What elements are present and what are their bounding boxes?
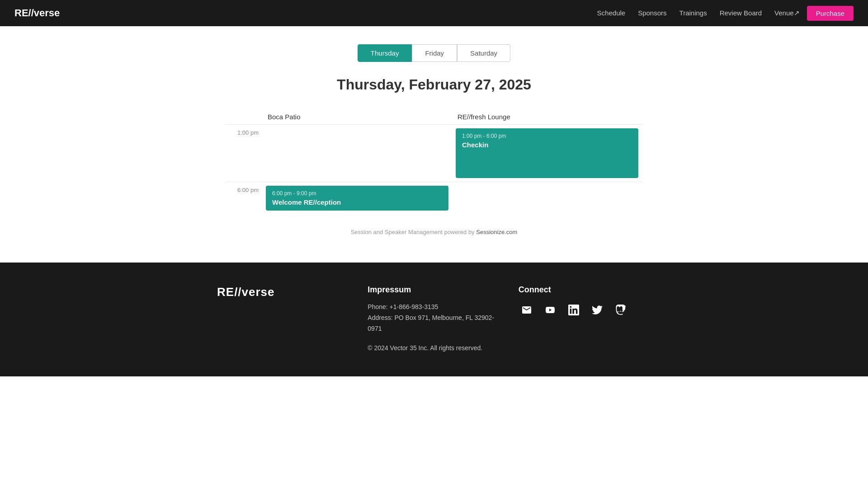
nav-venue[interactable]: Venue↗ bbox=[774, 9, 800, 17]
youtube-icon[interactable] bbox=[542, 302, 558, 318]
address-label: Address: bbox=[368, 314, 392, 321]
reception-title: Welcome RE//ception bbox=[272, 198, 442, 206]
phone-label: Phone: bbox=[368, 303, 387, 310]
linkedin-icon[interactable] bbox=[566, 302, 582, 318]
tab-saturday[interactable]: Saturday bbox=[457, 44, 510, 62]
refresh-lounge-6pm bbox=[452, 182, 642, 205]
sessionize-link[interactable]: Sessionize.com bbox=[476, 229, 517, 235]
column-headers: Boca Patio RE//fresh Lounge bbox=[226, 109, 642, 124]
tab-thursday[interactable]: Thursday bbox=[358, 44, 412, 62]
schedule-row-1pm: 1:00 pm 1:00 pm - 6:00 pm Checkin bbox=[226, 124, 642, 182]
refresh-lounge-header: RE//fresh Lounge bbox=[452, 109, 642, 124]
powered-by-text: Session and Speaker Management bbox=[351, 229, 443, 235]
time-1pm: 1:00 pm bbox=[226, 125, 262, 136]
time-6pm: 6:00 pm bbox=[226, 182, 262, 193]
footer-logo: RE//verse bbox=[217, 285, 349, 299]
day-tabs: Thursday Friday Saturday bbox=[226, 44, 642, 62]
boca-patio-1pm bbox=[262, 125, 452, 147]
reception-time: 6:00 pm - 9:00 pm bbox=[272, 190, 442, 197]
connect-title: Connect bbox=[519, 285, 651, 295]
nav-trainings[interactable]: Trainings bbox=[679, 9, 707, 17]
checkin-event[interactable]: 1:00 pm - 6:00 pm Checkin bbox=[456, 128, 638, 178]
footer-connect-col: Connect bbox=[519, 285, 651, 318]
main-nav: RE//verse Schedule Sponsors Trainings Re… bbox=[0, 0, 868, 26]
phone-number: +1-866-983-3135 bbox=[390, 303, 439, 310]
page-title: Thursday, February 27, 2025 bbox=[226, 76, 642, 93]
powered-by-powered: powered by bbox=[444, 229, 474, 235]
main-content: Thursday Friday Saturday Thursday, Febru… bbox=[217, 26, 651, 263]
footer-inner: RE//verse Impressum Phone: +1-866-983-31… bbox=[217, 285, 651, 354]
footer-impressum-col: Impressum Phone: +1-866-983-3135 Address… bbox=[368, 285, 500, 354]
nav-logo: RE//verse bbox=[14, 7, 597, 19]
nav-links: Schedule Sponsors Trainings Review Board… bbox=[597, 9, 800, 17]
impressum-phone: Phone: +1-866-983-3135 bbox=[368, 302, 500, 313]
nav-sponsors[interactable]: Sponsors bbox=[638, 9, 666, 17]
impressum-address: Address: PO Box 971, Melbourne, FL 32902… bbox=[368, 313, 500, 334]
checkin-time: 1:00 pm - 6:00 pm bbox=[462, 133, 632, 139]
checkin-title: Checkin bbox=[462, 141, 632, 149]
welcome-reception-event[interactable]: 6:00 pm - 9:00 pm Welcome RE//ception bbox=[266, 186, 448, 211]
refresh-lounge-1pm: 1:00 pm - 6:00 pm Checkin bbox=[452, 125, 642, 182]
nav-schedule[interactable]: Schedule bbox=[597, 9, 626, 17]
schedule-row-6pm: 6:00 pm 6:00 pm - 9:00 pm Welcome RE//ce… bbox=[226, 182, 642, 214]
nav-review-board[interactable]: Review Board bbox=[720, 9, 762, 17]
footer: RE//verse Impressum Phone: +1-866-983-31… bbox=[0, 263, 868, 376]
purchase-button[interactable]: Purchase bbox=[807, 6, 854, 21]
mastodon-icon[interactable] bbox=[613, 302, 629, 318]
email-icon[interactable] bbox=[519, 302, 535, 318]
footer-logo-col: RE//verse bbox=[217, 285, 349, 299]
twitter-icon[interactable] bbox=[589, 302, 605, 318]
boca-patio-header: Boca Patio bbox=[262, 109, 452, 124]
copyright: © 2024 Vector 35 Inc. All rights reserve… bbox=[368, 343, 500, 354]
impressum-title: Impressum bbox=[368, 285, 500, 295]
schedule-grid: Boca Patio RE//fresh Lounge 1:00 pm 1:00… bbox=[226, 109, 642, 214]
tab-friday[interactable]: Friday bbox=[412, 44, 457, 62]
powered-by: Session and Speaker Management powered b… bbox=[226, 229, 642, 244]
time-col-header bbox=[226, 109, 262, 124]
social-icons bbox=[519, 302, 651, 318]
boca-patio-6pm: 6:00 pm - 9:00 pm Welcome RE//ception bbox=[262, 182, 452, 214]
